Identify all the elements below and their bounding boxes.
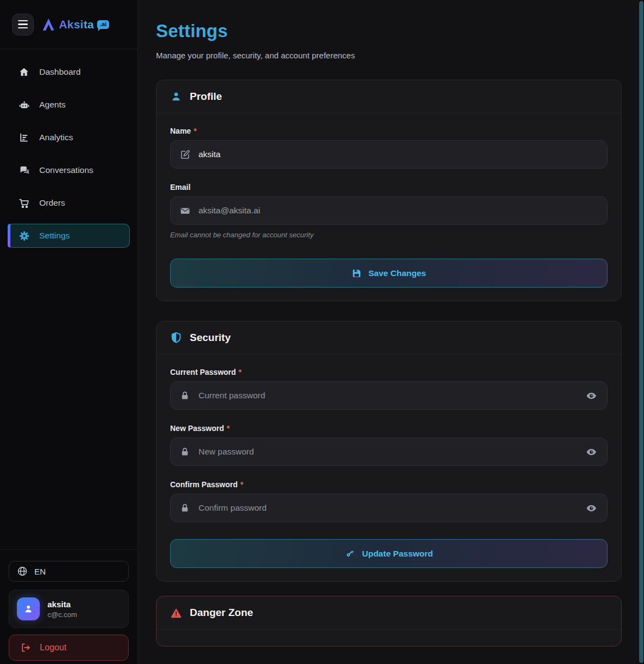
email-input	[198, 206, 598, 216]
current-password-label: Current Password*	[170, 368, 607, 376]
home-icon	[18, 66, 30, 78]
toggle-password-visibility-button[interactable]	[585, 445, 598, 459]
sidebar-item-orders[interactable]: Orders	[8, 191, 130, 215]
sidebar-item-analytics[interactable]: Analytics	[8, 125, 130, 149]
name-input-box	[170, 140, 607, 169]
new-password-input[interactable]	[198, 447, 585, 457]
current-password-input[interactable]	[198, 391, 585, 400]
toggle-password-visibility-button[interactable]	[585, 501, 598, 515]
warning-triangle-icon	[170, 607, 182, 619]
new-password-label: New Password*	[170, 424, 607, 433]
user-name: aksita	[47, 600, 77, 609]
required-asterisk: *	[227, 424, 230, 433]
email-input-box	[170, 196, 607, 225]
confirm-password-label: Confirm Password*	[170, 480, 607, 489]
danger-zone-header: Danger Zone	[157, 596, 621, 630]
sidebar-item-settings[interactable]: Settings	[8, 224, 130, 248]
user-icon	[170, 91, 182, 103]
scrollbar-thumb[interactable]	[639, 1, 643, 663]
new-password-input-box	[170, 438, 607, 466]
sidebar-item-label: Orders	[39, 198, 65, 208]
sidebar-footer: EN aksita c@c.com Logout	[0, 549, 137, 664]
update-password-label: Update Password	[362, 549, 433, 559]
required-asterisk: *	[194, 127, 196, 135]
lock-icon	[179, 390, 190, 401]
current-password-group: Current Password*	[170, 368, 607, 410]
logout-icon	[20, 642, 31, 653]
save-icon	[352, 268, 362, 278]
sidebar-header: Aksita .ai	[0, 0, 137, 49]
profile-card-header: Profile	[157, 80, 621, 113]
name-input[interactable]	[198, 149, 598, 159]
avatar	[17, 597, 40, 620]
logout-button[interactable]: Logout	[9, 635, 129, 661]
menu-toggle-button[interactable]	[12, 14, 34, 35]
required-asterisk: *	[239, 368, 242, 376]
sidebar-item-dashboard[interactable]: Dashboard	[8, 60, 130, 84]
save-changes-button[interactable]: Save Changes	[170, 259, 607, 288]
current-password-input-box	[170, 381, 607, 410]
user-card: aksita c@c.com	[9, 590, 129, 628]
envelope-icon	[179, 205, 190, 216]
name-field-group: Name*	[170, 127, 607, 169]
active-accent-bar	[8, 224, 10, 248]
danger-zone-body	[157, 630, 621, 646]
settings-page: Aksita .ai Dashboard	[0, 0, 644, 664]
lock-icon	[179, 446, 190, 457]
brand-name: Aksita	[59, 18, 94, 31]
lock-icon	[179, 503, 190, 513]
language-value: EN	[34, 567, 46, 576]
page-subtitle: Manage your profile, security, and accou…	[156, 51, 622, 60]
sidebar-item-agents[interactable]: Agents	[8, 93, 130, 117]
brand-logo: Aksita .ai	[41, 17, 109, 32]
bar-chart-icon	[18, 131, 30, 143]
save-changes-label: Save Changes	[369, 268, 426, 278]
sidebar-item-label: Conversations	[39, 165, 93, 175]
user-info: aksita c@c.com	[47, 600, 77, 619]
sidebar-item-label: Analytics	[39, 133, 73, 142]
language-selector[interactable]: EN	[9, 561, 129, 582]
sidebar-item-conversations[interactable]: Conversations	[8, 158, 130, 182]
globe-icon	[17, 566, 28, 577]
danger-zone-title: Danger Zone	[190, 607, 253, 619]
email-label: Email	[170, 183, 607, 192]
profile-card-title: Profile	[190, 91, 222, 103]
email-field-group: Email Email cannot be changed for accoun…	[170, 183, 607, 239]
profile-card: Profile Name*	[156, 80, 622, 301]
confirm-password-input-box	[170, 494, 607, 522]
user-email: c@c.com	[47, 611, 77, 619]
sidebar: Aksita .ai Dashboard	[0, 0, 138, 664]
edit-icon	[179, 149, 190, 160]
robot-icon	[18, 99, 30, 111]
sidebar-nav: Dashboard Agents	[0, 49, 137, 549]
sidebar-item-label: Settings	[39, 231, 70, 241]
shield-icon	[170, 332, 182, 344]
security-card-header: Security	[157, 321, 621, 355]
security-card-body: Current Password*	[157, 355, 621, 581]
logo-mark-icon	[41, 17, 56, 32]
key-icon	[345, 548, 355, 559]
brand-badge: .ai	[97, 20, 109, 29]
main-content: Settings Manage your profile, security, …	[138, 0, 644, 664]
confirm-password-input[interactable]	[198, 503, 585, 513]
security-card-title: Security	[190, 332, 231, 344]
sidebar-item-label: Dashboard	[39, 67, 81, 77]
confirm-password-group: Confirm Password*	[170, 480, 607, 522]
profile-card-body: Name* Email	[157, 113, 621, 301]
email-help-text: Email cannot be changed for account secu…	[170, 231, 607, 239]
name-label: Name*	[170, 127, 607, 135]
scrollbar-track	[639, 0, 644, 664]
logout-label: Logout	[40, 643, 67, 653]
toggle-password-visibility-button[interactable]	[585, 389, 598, 403]
sidebar-item-label: Agents	[39, 100, 65, 110]
new-password-group: New Password*	[170, 424, 607, 466]
page-title: Settings	[156, 21, 622, 41]
chat-bubbles-icon	[18, 164, 30, 176]
required-asterisk: *	[240, 480, 243, 489]
gear-icon	[18, 230, 30, 242]
cart-icon	[18, 197, 30, 209]
update-password-button[interactable]: Update Password	[170, 539, 607, 568]
security-card: Security Current Password*	[156, 321, 622, 582]
danger-zone-card: Danger Zone	[156, 596, 622, 647]
